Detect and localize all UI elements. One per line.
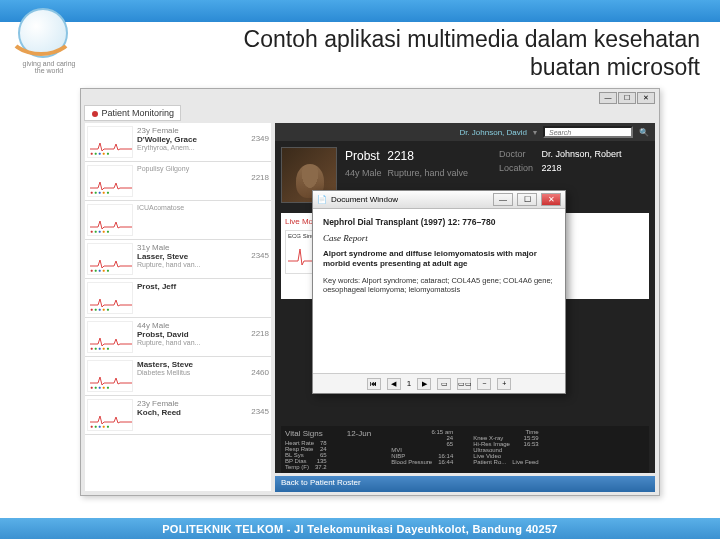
back-label: Back to Patient Roster bbox=[281, 478, 361, 487]
slide-title: Contoh aplikasi multimedia dalam kesehat… bbox=[160, 26, 700, 81]
doc-close-button[interactable]: ✕ bbox=[541, 193, 561, 206]
location-value: 2218 bbox=[542, 163, 562, 173]
doc-minimize-button[interactable]: — bbox=[493, 193, 513, 206]
tab-patient-monitoring[interactable]: Patient Monitoring bbox=[84, 105, 181, 121]
monitoring-icon bbox=[91, 110, 99, 118]
current-doctor: Dr. Johnson, David bbox=[459, 128, 527, 137]
doc-section: Case Report bbox=[323, 233, 555, 243]
patient-mini-chart: ●●●●● bbox=[87, 165, 133, 197]
document-titlebar[interactable]: 📄 Document Window — ☐ ✕ bbox=[313, 191, 565, 209]
document-toolbar: ⏮ ◀ 1 ▶ ▭ ▭▭ − + bbox=[313, 373, 565, 393]
close-button[interactable]: ✕ bbox=[637, 92, 655, 104]
svg-point-0 bbox=[92, 111, 98, 117]
patient-surname: Probst bbox=[345, 149, 380, 163]
zoom-out-button[interactable]: − bbox=[477, 378, 491, 390]
patient-diag: Rupture, hand valve bbox=[388, 166, 469, 180]
document-title: Document Window bbox=[331, 195, 398, 204]
patient-mini-chart: ●●●●● bbox=[87, 321, 133, 353]
search-icon[interactable]: 🔍 bbox=[639, 128, 649, 137]
patient-row[interactable]: ●●●●●44y MaleProbst, DavidRupture, hand … bbox=[85, 318, 271, 357]
document-body: Nephrol Dial Transplant (1997) 12: 776–7… bbox=[313, 209, 565, 369]
doc-article-title: Alport syndrome and diffuse leiomyomatos… bbox=[323, 249, 555, 270]
back-to-roster-button[interactable]: Back to Patient Roster bbox=[275, 476, 655, 492]
location-label: Location bbox=[499, 161, 539, 175]
patient-mini-chart: ●●●●● bbox=[87, 243, 133, 275]
view-single-button[interactable]: ▭ bbox=[437, 378, 451, 390]
vitals-col-4: TimeKnee X-ray15:59Hi-Res Image16:53Ultr… bbox=[473, 429, 538, 470]
zoom-in-button[interactable]: + bbox=[497, 378, 511, 390]
patient-mini-chart: ●●●●● bbox=[87, 399, 133, 431]
header-bar: Dr. Johnson, David ▾ 🔍 bbox=[275, 123, 655, 141]
footer-text: POLITEKNIK TELKOM - Jl Telekomunikasi Da… bbox=[162, 523, 558, 535]
doc-citation: Nephrol Dial Transplant (1997) 12: 776–7… bbox=[323, 217, 555, 227]
patient-mini-chart: ●●●●● bbox=[87, 204, 133, 236]
first-page-button[interactable]: ⏮ bbox=[367, 378, 381, 390]
patient-row[interactable]: ●●●●●Masters, SteveDiabetes Mellitus2460 bbox=[85, 357, 271, 396]
patient-mini-chart: ●●●●● bbox=[87, 282, 133, 314]
patient-row[interactable]: ●●●●●Populisy Gilgony2218 bbox=[85, 162, 271, 201]
slide-top-bar bbox=[0, 0, 720, 22]
patient-row[interactable]: ●●●●●23y FemaleKoch, Reed2345 bbox=[85, 396, 271, 435]
vitals-col-3: 6:15 am2465MVINIBP16:14Blood Pressure16:… bbox=[391, 429, 453, 470]
page-number: 1 bbox=[407, 379, 411, 388]
telkom-logo: giving and caring the world bbox=[18, 8, 80, 70]
window-controls: — ☐ ✕ bbox=[599, 92, 655, 104]
doctor-label: Doctor bbox=[499, 147, 539, 161]
vitals-col-1: Vital Signs Heart Rate78Resp Rate24BL Sy… bbox=[285, 429, 327, 470]
next-page-button[interactable]: ▶ bbox=[417, 378, 431, 390]
doc-keywords: Key words: Alport syndrome; cataract; CO… bbox=[323, 276, 555, 294]
title-line-1: Contoh aplikasi multimedia dalam kesehat… bbox=[244, 26, 700, 52]
vitals-title: Vital Signs bbox=[285, 429, 327, 438]
patient-mini-chart: ●●●●● bbox=[87, 360, 133, 392]
slide-footer: POLITEKNIK TELKOM - Jl Telekomunikasi Da… bbox=[0, 518, 720, 540]
search-input[interactable] bbox=[543, 126, 633, 138]
vital-signs-panel: Vital Signs Heart Rate78Resp Rate24BL Sy… bbox=[281, 426, 649, 473]
patient-row[interactable]: ●●●●●31y MaleLasser, SteveRupture, hand … bbox=[85, 240, 271, 279]
patient-row[interactable]: ●●●●●23y FemaleD'Wolley, GraceErythyroa,… bbox=[85, 123, 271, 162]
patient-room: 2218 bbox=[387, 149, 414, 163]
patient-row[interactable]: ●●●●●ICUAcomatose bbox=[85, 201, 271, 240]
document-window: 📄 Document Window — ☐ ✕ Nephrol Dial Tra… bbox=[312, 190, 566, 394]
logo-tagline: giving and caring the world bbox=[18, 60, 80, 74]
vitals-col-2: 12-Jun bbox=[347, 429, 371, 470]
patient-mini-chart: ●●●●● bbox=[87, 126, 133, 158]
tab-label: Patient Monitoring bbox=[102, 108, 175, 118]
title-line-2: buatan microsoft bbox=[530, 54, 700, 80]
doc-maximize-button[interactable]: ☐ bbox=[517, 193, 537, 206]
vitals-time: 12-Jun bbox=[347, 429, 371, 438]
patient-row[interactable]: ●●●●●Prost, Jeff bbox=[85, 279, 271, 318]
patient-list: ●●●●●23y FemaleD'Wolley, GraceErythyroa,… bbox=[85, 123, 271, 491]
doctor-value: Dr. Johnson, Robert bbox=[542, 149, 622, 159]
view-double-button[interactable]: ▭▭ bbox=[457, 378, 471, 390]
document-icon: 📄 bbox=[317, 195, 327, 204]
minimize-button[interactable]: — bbox=[599, 92, 617, 104]
maximize-button[interactable]: ☐ bbox=[618, 92, 636, 104]
prev-page-button[interactable]: ◀ bbox=[387, 378, 401, 390]
patient-age: 44y Male bbox=[345, 166, 385, 180]
